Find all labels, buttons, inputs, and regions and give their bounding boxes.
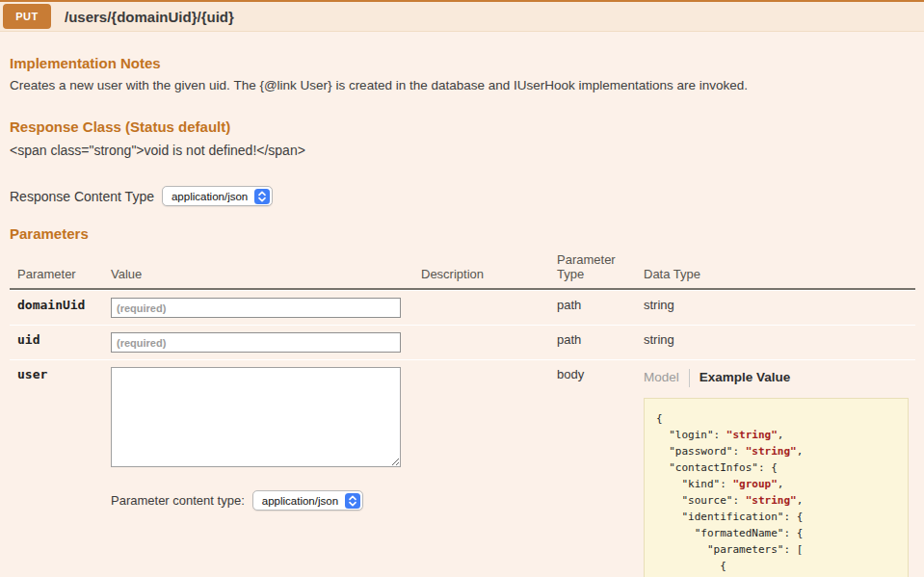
endpoint-details: Implementation Notes Creates a new user …	[0, 55, 924, 577]
data-type-cell: string	[636, 291, 915, 325]
endpoint-header[interactable]: PUT /users/{domainUid}/{uid}	[0, 0, 924, 32]
param-name: uid	[10, 326, 103, 359]
column-header-parameter-type: Parameter Type	[549, 250, 626, 283]
model-example-tabs: Model Example Value	[644, 369, 909, 387]
column-header-parameter: Parameter	[10, 265, 103, 283]
response-content-type-value: application/json	[172, 191, 254, 202]
chevron-up-down-icon	[257, 191, 267, 202]
param-type-cell: path	[549, 326, 636, 359]
param-value-cell	[103, 326, 413, 359]
response-content-type-row: Response Content Type application/json	[10, 186, 914, 206]
param-value-cell: Parameter content type: application/json	[103, 360, 413, 577]
description-cell	[413, 360, 549, 577]
chevron-up-down-icon	[348, 495, 357, 507]
param-type-cell: path	[549, 291, 636, 325]
param-value-cell	[103, 291, 413, 325]
column-header-value: Value	[103, 265, 413, 283]
uid-input[interactable]	[111, 332, 401, 353]
column-header-description: Description	[413, 265, 549, 283]
response-class-text: <span class="strong">void is not defined…	[10, 143, 914, 158]
http-method-badge[interactable]: PUT	[3, 4, 51, 29]
user-body-textarea[interactable]	[111, 367, 401, 467]
parameter-content-type-select[interactable]: application/json	[252, 490, 363, 511]
parameters-table: Parameter Value Description Parameter Ty…	[10, 250, 915, 577]
example-value-json: { "login": "string", "password": "string…	[644, 398, 909, 577]
parameter-content-type-row: Parameter content type: application/json	[111, 490, 406, 511]
column-header-data-type: Data Type	[636, 265, 915, 283]
response-content-type-label: Response Content Type	[10, 189, 154, 204]
implementation-notes-heading: Implementation Notes	[10, 55, 914, 71]
data-type-snippet-cell: Model Example Value { "login": "string",…	[636, 360, 916, 577]
table-row-uid: uid path string	[10, 325, 915, 359]
response-content-type-select[interactable]: application/json	[162, 186, 273, 206]
param-name: user	[10, 360, 103, 577]
param-type-cell: body	[549, 360, 636, 577]
param-name: domainUid	[10, 291, 103, 325]
implementation-notes-text: Creates a new user with the given uid. T…	[10, 78, 914, 92]
table-row-domainUid: domainUid path string	[10, 290, 915, 325]
endpoint-path: /users/{domainUid}/{uid}	[65, 9, 234, 25]
table-row-user: user Parameter content type: application…	[10, 359, 915, 577]
description-cell	[413, 326, 549, 359]
parameters-heading: Parameters	[10, 225, 914, 242]
parameters-table-header: Parameter Value Description Parameter Ty…	[10, 250, 915, 290]
select-stepper-icon	[345, 493, 360, 509]
domainUid-input[interactable]	[111, 298, 401, 318]
description-cell	[413, 291, 549, 325]
parameter-content-type-label: Parameter content type:	[111, 493, 245, 508]
tab-example-value[interactable]: Example Value	[690, 369, 791, 387]
parameter-content-type-value: application/json	[262, 495, 345, 507]
response-class-heading: Response Class (Status default)	[10, 118, 914, 135]
tab-model[interactable]: Model	[644, 369, 690, 387]
select-stepper-icon	[254, 189, 270, 204]
data-type-cell: string	[636, 326, 915, 359]
